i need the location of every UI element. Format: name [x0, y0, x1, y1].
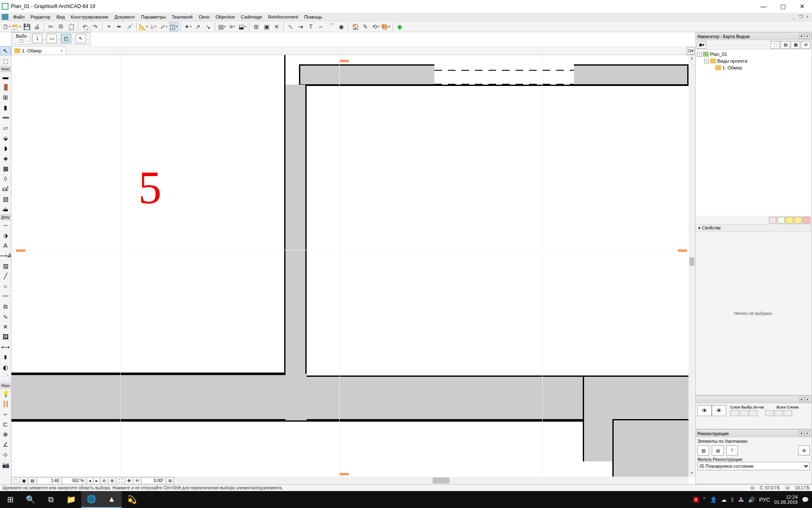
minimize-button[interactable]: — — [754, 0, 773, 13]
maximize-button[interactable]: ▢ — [773, 0, 793, 13]
geo-mode3[interactable]: ◰ — [61, 34, 71, 43]
dim3-button[interactable]: T — [306, 22, 315, 31]
window-tool[interactable]: ⊞ — [0, 93, 11, 102]
prop-btn3[interactable] — [786, 217, 793, 224]
3d-button[interactable]: 🏠 — [351, 22, 360, 31]
record-button[interactable]: ◉ — [395, 22, 404, 31]
prop-btn4[interactable] — [794, 217, 802, 224]
spline-tool[interactable]: ∿ — [0, 312, 11, 321]
ruler4-button[interactable]: ◫▾ — [169, 22, 178, 31]
explorer-button[interactable]: 📁 — [61, 491, 81, 508]
nav-view3[interactable]: ▦ — [791, 41, 800, 49]
horizontal-scrollbar[interactable] — [176, 477, 689, 484]
dim6-button[interactable]: ◉ — [337, 22, 346, 31]
angle-tool[interactable]: ∠ — [0, 440, 11, 449]
zoom-field[interactable] — [62, 478, 86, 484]
trace-button[interactable]: ▣ — [262, 22, 271, 31]
eyedrop-button[interactable]: ✒ — [115, 22, 124, 31]
mdi-minimize[interactable]: _ — [791, 14, 797, 19]
line-tool[interactable]: ╱ — [0, 271, 11, 281]
ruler2-button[interactable]: ⟀▾ — [149, 22, 158, 31]
vb-prev[interactable]: ◂ — [87, 478, 93, 484]
ruler1-button[interactable]: 📐▾ — [139, 22, 148, 31]
nav-view1[interactable]: ⬚ — [771, 41, 780, 49]
fill-tool[interactable]: ▨ — [0, 261, 11, 271]
vb-pan[interactable]: ✥ — [125, 478, 133, 484]
recon-type2[interactable]: ▤ — [712, 445, 724, 456]
chrome-button[interactable]: 🌐 — [81, 491, 102, 508]
recon-type1[interactable]: ▨ — [697, 445, 709, 456]
recon-type3[interactable]: T — [726, 445, 738, 456]
dim5-button[interactable]: ⌒ — [326, 22, 336, 31]
panel-close-icon[interactable]: × — [805, 34, 810, 39]
marquee-tool[interactable]: ⬚ — [0, 56, 11, 66]
level-tool[interactable]: ⬗ — [0, 231, 11, 240]
vertical-scrollbar[interactable]: ▲ ▼ — [689, 55, 695, 477]
layer-eye-sel[interactable]: 👁 — [712, 405, 726, 416]
arrow-tool[interactable]: ↖ — [0, 46, 11, 55]
ruler3-button[interactable]: ⤢▾ — [159, 22, 168, 31]
nav-view4[interactable]: ⧉ — [801, 41, 810, 49]
layer-vis2[interactable] — [765, 410, 774, 416]
menu-objective[interactable]: Objective — [213, 13, 238, 21]
dimension-tool[interactable]: ↔ — [0, 221, 11, 230]
menu-editor[interactable]: Редактор — [27, 13, 53, 21]
circle-tool[interactable]: ○ — [0, 282, 11, 291]
skylight-tool[interactable]: ◈ — [0, 154, 11, 163]
elevation-tool[interactable]: ⬍ — [0, 353, 11, 362]
dim1-button[interactable]: ⤡ — [286, 22, 295, 31]
snap2-button[interactable]: ↗ — [193, 22, 203, 31]
menu-file[interactable]: Файл — [10, 13, 27, 21]
angle-field[interactable] — [141, 478, 166, 484]
render-button[interactable]: ✎ — [361, 22, 370, 31]
worksheet-tool[interactable]: 📄 — [0, 373, 11, 382]
vb-next[interactable]: ▸ — [93, 478, 100, 484]
vb-zoomin[interactable]: ⊕ — [108, 478, 116, 484]
chevron-down-icon[interactable]: ▾ — [698, 226, 700, 230]
panel-min-icon[interactable]: ▾ — [799, 397, 804, 402]
panel-close-icon[interactable]: × — [805, 431, 810, 436]
tree-toggle[interactable]: − — [704, 59, 709, 64]
roof-tool[interactable]: ⬙ — [0, 133, 11, 143]
tray-net-icon[interactable]: 🖧 — [738, 497, 744, 503]
pen-button[interactable]: ⬓▾ — [238, 22, 247, 31]
recon-settings[interactable]: ⚙ — [798, 445, 810, 456]
layer-3d2[interactable] — [784, 410, 792, 416]
lamp-tool[interactable]: 💡 — [0, 389, 11, 398]
radial-tool[interactable]: ⊕ — [0, 430, 11, 439]
menu-reinforcement[interactable]: Reinforcement — [265, 13, 302, 21]
vb-zoomout[interactable]: ⊖ — [100, 478, 108, 484]
camera-tool[interactable]: 📷 — [0, 460, 11, 469]
panel-min-icon[interactable]: ▾ — [799, 431, 804, 436]
layer-eye-all[interactable]: 👁 — [697, 405, 712, 416]
vb-opt1[interactable]: ⊞ — [166, 478, 174, 484]
mesh-tool[interactable]: ⛰ — [0, 204, 11, 214]
wall-tool[interactable]: ▬ — [0, 72, 11, 82]
tray-lang[interactable]: РУС — [759, 497, 770, 503]
grid-tool[interactable]: ⊹ — [0, 450, 11, 459]
menu-teamwork[interactable]: Teamwork — [169, 13, 196, 21]
vb-btn1[interactable]: ⬚ — [11, 478, 19, 484]
snap3-button[interactable]: ↘ — [203, 22, 213, 31]
vb-btn3[interactable]: ▤ — [28, 478, 36, 484]
layer-3d[interactable] — [749, 410, 757, 416]
palette-button[interactable]: 🎨▾ — [381, 22, 390, 31]
shell-tool[interactable]: ◗ — [0, 144, 11, 153]
door-tool[interactable]: 🚪 — [0, 83, 11, 92]
copy-button[interactable]: ⧉ — [56, 22, 66, 31]
save-button[interactable]: 💾 — [22, 22, 31, 31]
menu-document[interactable]: Документ — [112, 13, 138, 21]
hotspot-tool[interactable]: ✕ — [0, 322, 11, 331]
prop-btn1[interactable] — [769, 217, 776, 224]
recon-filter-select[interactable]: 05 Планируемое состояние — [697, 462, 810, 470]
vb-zoomfit[interactable]: ⛶ — [116, 478, 125, 484]
new-button[interactable]: 🗋▾ — [2, 22, 11, 31]
menu-view[interactable]: Вид — [53, 13, 68, 21]
tray-bt-icon[interactable]: ᛒ — [731, 497, 734, 503]
tray-adobe-icon[interactable]: A — [693, 497, 699, 502]
redo-button[interactable]: ↷ — [91, 22, 100, 31]
drawing-canvas[interactable]: 5 — [11, 55, 689, 477]
app-button[interactable]: 💫 — [122, 491, 142, 508]
tray-people-icon[interactable]: 👤 — [710, 497, 717, 503]
dim4-button[interactable]: ⌐ — [316, 22, 326, 31]
